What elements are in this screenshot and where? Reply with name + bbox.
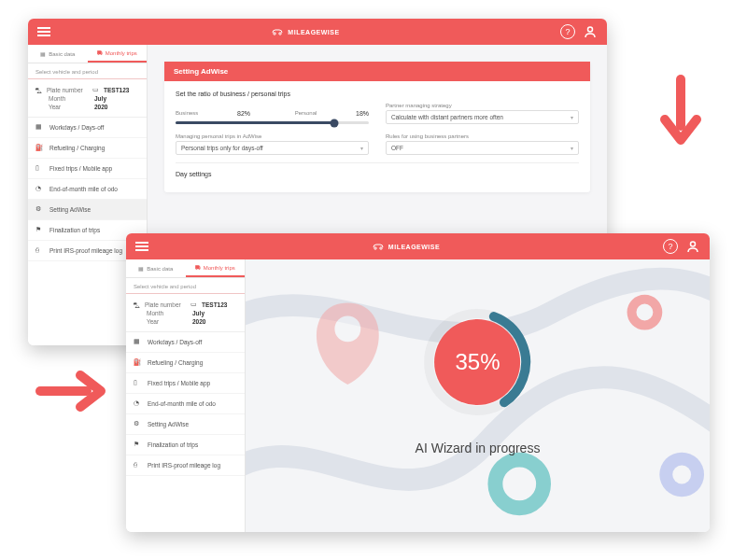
svg-point-7 <box>495 460 543 509</box>
day-settings-title: Day settings <box>176 171 579 177</box>
ratio-slider-group: Business 82% Personal 18% <box>176 110 369 124</box>
car-icon: ⛍ <box>134 301 140 308</box>
sidebar-item-odo[interactable]: ◔End-of-month mile of odo <box>28 179 147 200</box>
rules-dropdown[interactable]: OFF▾ <box>386 141 579 155</box>
sidebar-item-fixed-trips[interactable]: ▯Fixed trips / Mobile app <box>28 159 147 179</box>
progress-window-front: MILEAGEWISE ? ▦Basic data ⛟Monthly trips… <box>126 233 710 532</box>
brand: MILEAGEWISE <box>50 27 560 36</box>
topbar-actions: ? <box>663 239 700 254</box>
vehicle-period-block: ⛍Plate number▭TEST123 MonthJuly Year2020 <box>126 294 245 332</box>
mobile-icon: ▯ <box>134 379 142 387</box>
sidebar-item-adwise[interactable]: ⚙Setting AdWise <box>126 414 245 435</box>
user-icon[interactable] <box>685 239 700 254</box>
svg-point-2 <box>588 27 593 32</box>
topbar-actions: ? <box>560 24 598 39</box>
chevron-down-icon: ▾ <box>571 114 573 120</box>
help-icon[interactable]: ? <box>560 24 575 39</box>
fuel-icon: ⛽ <box>134 358 142 367</box>
car-icon <box>271 27 284 36</box>
sidebar-tabs: ▦Basic data ⛟Monthly trips <box>126 259 245 278</box>
partner-strategy-label: Partner managing strategy <box>386 103 579 108</box>
progress-indicator: 35% AI Wizard in progress <box>416 306 541 455</box>
tab-monthly-trips[interactable]: ⛟Monthly trips <box>88 45 148 63</box>
plate-row: ⛍Plate number▭TEST123 <box>134 300 237 309</box>
card-icon: ▭ <box>92 86 99 93</box>
ratio-section-title: Set the ratio of business / personal tri… <box>176 91 579 97</box>
topbar: MILEAGEWISE ? <box>126 233 710 259</box>
plate-row: ⛍Plate number▭TEST123 <box>35 85 139 94</box>
svg-point-3 <box>374 247 376 249</box>
topbar: MILEAGEWISE ? <box>28 19 607 45</box>
vehicle-period-block: ⛍Plate number▭TEST123 MonthJuly Year2020 <box>28 79 147 118</box>
user-icon[interactable] <box>583 24 598 39</box>
print-icon: ⎙ <box>35 246 44 255</box>
rules-label: Rules for using business partners <box>386 133 579 139</box>
partner-strategy-dropdown[interactable]: Calculate with distant partners more oft… <box>386 110 579 124</box>
settings-icon: ⚙ <box>134 420 142 428</box>
sidebar-item-workdays[interactable]: ▦Workdays / Days-off <box>28 118 147 138</box>
gauge-icon: ◔ <box>134 399 142 408</box>
brand: MILEAGEWISE <box>148 242 663 251</box>
tab-basic-data[interactable]: ▦Basic data <box>28 45 88 63</box>
sidebar-item-print[interactable]: ⎙Print IRS-proof mileage log <box>126 455 245 476</box>
flag-icon: ⚑ <box>134 441 142 449</box>
personal-percent: 18% <box>356 110 369 118</box>
progress-percent: 35% <box>434 319 520 405</box>
progress-label: AI Wizard in progress <box>416 441 541 455</box>
card-icon: ▭ <box>190 301 197 308</box>
chevron-down-icon: ▾ <box>360 145 363 151</box>
fuel-icon: ⛽ <box>35 144 44 152</box>
svg-point-6 <box>334 316 360 343</box>
settings-icon: ⚙ <box>35 205 44 214</box>
sidebar-tabs: ▦Basic data ⛟Monthly trips <box>28 45 147 63</box>
progress-ring: 35% <box>421 306 533 418</box>
help-icon[interactable]: ? <box>663 239 678 254</box>
svg-point-1 <box>279 33 281 35</box>
calendar-icon: ▦ <box>134 338 142 346</box>
sidebar-item-finalization[interactable]: ⚑Finalization of trips <box>126 435 245 455</box>
calendar-icon: ▦ <box>35 123 44 132</box>
sidebar: ▦Basic data ⛟Monthly trips Select vehicl… <box>126 259 246 532</box>
business-percent: 82% <box>237 110 250 118</box>
year-row: Year2020 <box>35 103 139 111</box>
mobile-icon: ▯ <box>35 164 44 173</box>
car-icon: ⛍ <box>35 87 42 93</box>
personal-label: Personal <box>295 110 317 116</box>
manage-personal-label: Managing personal trips in AdWise <box>176 133 369 139</box>
arrow-down-icon <box>657 75 704 149</box>
sidebar-select-header: Select vehicle and period <box>28 63 147 79</box>
svg-point-0 <box>274 33 275 35</box>
tab-monthly-trips[interactable]: ⛟Monthly trips <box>186 259 246 277</box>
svg-point-9 <box>672 466 691 484</box>
car-icon <box>372 242 385 251</box>
sidebar-item-refueling[interactable]: ⛽Refueling / Charging <box>126 353 245 373</box>
year-row: Year2020 <box>134 317 237 326</box>
business-label: Business <box>176 110 198 116</box>
sidebar-select-header: Select vehicle and period <box>126 278 245 294</box>
adwise-panel: Setting AdWise Set the ratio of business… <box>164 62 590 192</box>
manage-personal-dropdown[interactable]: Personal trips only for days-off▾ <box>176 141 369 155</box>
sidebar-item-odo[interactable]: ◔End-of-month mile of odo <box>126 394 245 414</box>
month-row: MonthJuly <box>35 94 139 103</box>
panel-title: Setting AdWise <box>164 62 590 81</box>
ratio-slider[interactable] <box>176 121 369 124</box>
chevron-down-icon: ▾ <box>571 145 573 151</box>
sidebar-item-fixed-trips[interactable]: ▯Fixed trips / Mobile app <box>126 373 245 394</box>
svg-point-4 <box>380 247 382 249</box>
arrow-right-icon <box>35 368 110 414</box>
print-icon: ⎙ <box>134 461 142 469</box>
month-row: MonthJuly <box>134 309 237 317</box>
svg-point-5 <box>691 242 696 246</box>
sidebar-item-refueling[interactable]: ⛽Refueling / Charging <box>28 138 147 159</box>
menu-icon[interactable] <box>135 242 148 251</box>
sidebar-item-workdays[interactable]: ▦Workdays / Days-off <box>126 332 245 353</box>
svg-point-10 <box>632 300 658 326</box>
menu-icon[interactable] <box>37 27 50 36</box>
main-content-front: 35% AI Wizard in progress <box>246 259 710 532</box>
sidebar-item-adwise[interactable]: ⚙Setting AdWise <box>28 200 147 220</box>
gauge-icon: ◔ <box>35 185 44 193</box>
flag-icon: ⚑ <box>35 226 44 234</box>
tab-basic-data[interactable]: ▦Basic data <box>126 259 186 277</box>
